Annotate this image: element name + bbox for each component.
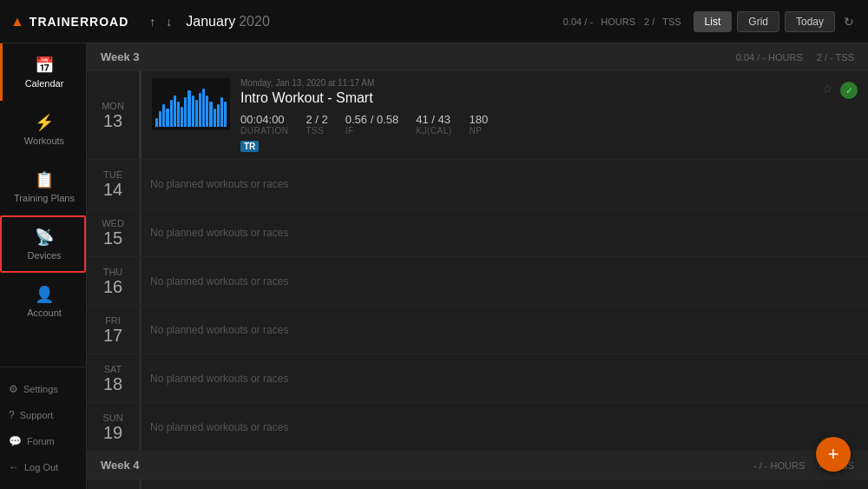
day-label-mon-13: Mon 13 [87,71,139,159]
sidebar: 📅 Calendar ⚡ Workouts 📋 Training Plans 📡… [0,43,87,489]
grid-view-button[interactable]: Grid [737,11,779,32]
sidebar-label-support: Support [20,410,54,420]
duration-value: 00:04:00 [240,113,288,126]
top-right-buttons: 0.04 / - HOURS 2 / TSS List Grid Today ↻ [563,11,858,32]
devices-icon: 📡 [35,228,54,247]
week-3-hours: 0.04 / - HOURS [736,52,803,63]
prev-month-button[interactable]: ↑ [146,13,159,30]
day-label-fri-17: Fri 17 [87,306,139,354]
sidebar-item-workouts[interactable]: ⚡ Workouts [0,101,86,158]
sidebar-item-account[interactable]: 👤 Account [0,273,86,330]
chart-bar [170,100,173,127]
day-row-wed-15: Wed 15 No planned workouts or races [87,208,868,257]
training-plans-icon: 📋 [35,170,54,189]
today-button[interactable]: Today [785,11,835,32]
day-label-sun-19: Sun 19 [87,403,139,451]
sidebar-nav: 📅 Calendar ⚡ Workouts 📋 Training Plans 📡… [0,43,86,367]
day-label-wed-15: Wed 15 [87,208,139,256]
sidebar-item-settings[interactable]: ⚙ Settings [0,376,86,402]
workout-name: Intro Workout - Smart [240,90,812,106]
sidebar-label-account: Account [27,307,62,318]
sidebar-item-devices[interactable]: 📡 Devices [0,215,86,273]
chart-bar [199,93,201,127]
sidebar-item-support[interactable]: ? Support [0,402,86,428]
sidebar-item-training-plans[interactable]: 📋 Training Plans [0,158,86,215]
refresh-button[interactable]: ↻ [840,11,858,32]
day-content-sun-19[interactable]: No planned workouts or races [139,403,868,451]
day-content-mon-20[interactable]: No planned workouts or races [139,479,868,489]
sidebar-item-logout[interactable]: ← Log Out [0,454,86,480]
chart-bar [174,96,176,127]
forum-icon: 💬 [9,435,22,447]
chart-bar [192,96,194,127]
if-value: 0.56 / 0.58 [345,113,398,126]
week-3-label: Week 3 [101,50,736,63]
chart-bar [202,89,205,127]
day-content-thu-16[interactable]: No planned workouts or races [139,257,868,305]
meta-duration: 00:04:00 DURATION [240,113,288,135]
day-num-15: 15 [103,228,122,248]
top-bar: ▲ TRAINERROAD ↑ ↓ January 2020 0.04 / - … [0,0,868,43]
add-workout-fab[interactable]: + [816,437,851,472]
workout-info: Monday, Jan 13, 2020 at 11:17 AM Intro W… [240,78,812,152]
day-name-tue: Tue [103,169,122,180]
settings-icon: ⚙ [9,383,18,395]
day-num-18: 18 [103,374,122,393]
content-area: Week 3 0.04 / - HOURS 2 / - TSS Mon 13 [87,43,868,489]
day-num-16: 16 [103,277,122,296]
chart-bar [217,104,220,127]
week-3-header: Week 3 0.04 / - HOURS 2 / - TSS [87,43,868,71]
chart-bar [181,107,183,127]
day-label-tue-14: Tue 14 [87,160,139,208]
workout-chart [152,78,230,130]
if-label: IF [345,126,398,135]
tss-stat: 2 / TSS [644,17,681,27]
day-name-thu: Thu [103,267,123,277]
chart-bar [206,96,208,127]
chart-bar [166,109,168,127]
day-content-mon-13[interactable]: Monday, Jan 13, 2020 at 11:17 AM Intro W… [139,71,868,159]
month-label: January [186,14,235,30]
main-layout: 📅 Calendar ⚡ Workouts 📋 Training Plans 📡… [0,43,868,489]
chart-bar [155,118,158,127]
day-label-sat-18: Sat 18 [87,354,139,402]
logo-text: TRAINERROAD [30,15,128,29]
day-content-fri-17[interactable]: No planned workouts or races [139,306,868,354]
tss-value: 2 / 2 [306,113,327,126]
day-label-mon-20: Mon 20 [87,479,139,489]
year-label: 2020 [239,14,270,30]
calendar-icon: 📅 [35,56,54,75]
tss-label-meta: TSS [306,126,327,135]
sidebar-bottom: ⚙ Settings ? Support 💬 Forum ← Log Out [0,367,86,489]
sidebar-item-calendar[interactable]: 📅 Calendar [0,43,86,101]
day-row-thu-16: Thu 16 No planned workouts or races [87,257,868,306]
workouts-icon: ⚡ [35,113,54,132]
hours-stat: 0.04 / - HOURS [563,17,635,27]
no-workout-wed-15: No planned workouts or races [150,227,288,239]
chart-bar [195,100,198,127]
sidebar-label-calendar: Calendar [25,78,64,89]
account-icon: 👤 [35,285,54,304]
day-content-wed-15[interactable]: No planned workouts or races [139,208,868,256]
support-icon: ? [9,409,15,421]
day-row-fri-17: Fri 17 No planned workouts or races [87,306,868,354]
day-name-sun: Sun [102,413,122,423]
workout-thumbnail [152,78,230,130]
day-num-14: 14 [103,180,122,199]
no-workout-sun-19: No planned workouts or races [150,421,288,433]
sidebar-label-forum: Forum [27,436,55,446]
workout-meta: 00:04:00 DURATION 2 / 2 TSS 0.56 / 0.58 … [240,113,812,135]
next-month-button[interactable]: ↓ [162,13,175,30]
day-content-tue-14[interactable]: No planned workouts or races [139,160,868,208]
workout-card-mon-13: Monday, Jan 13, 2020 at 11:17 AM Intro W… [152,78,858,152]
list-view-button[interactable]: List [694,11,733,32]
chart-bar [224,102,227,127]
workout-actions: ☆ ✓ [822,78,858,99]
day-name-fri: Fri [105,315,121,326]
meta-if: 0.56 / 0.58 IF [345,113,398,135]
day-content-sat-18[interactable]: No planned workouts or races [139,354,868,402]
sidebar-item-forum[interactable]: 💬 Forum [0,428,86,454]
star-button[interactable]: ☆ [822,82,833,96]
nav-arrows: ↑ ↓ [146,13,175,30]
no-workout-tue-14: No planned workouts or races [150,178,288,190]
